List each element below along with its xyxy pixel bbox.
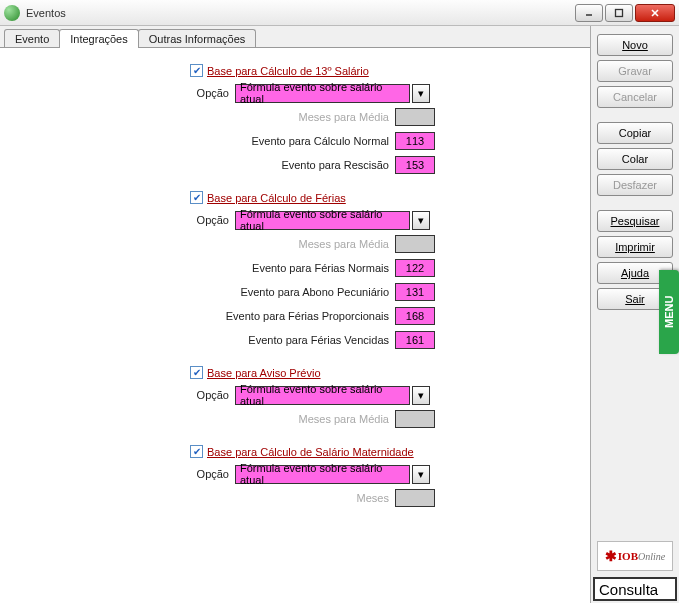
star-icon: ✱ [605,548,617,565]
titlebar: Eventos [0,0,679,26]
label-decimo-rescisao: Evento para Rescisão [0,159,395,171]
field-maternidade-meses [395,489,435,507]
dropdown-decimo-opcao[interactable]: Fórmula evento sobre salário atual ▾ [235,84,430,103]
dropdown-aviso-value: Fórmula evento sobre salário atual [235,386,410,405]
chevron-down-icon[interactable]: ▾ [412,211,430,230]
gravar-button: Gravar [597,60,673,82]
minimize-button[interactable] [575,4,603,22]
logo-brand: IOB [618,550,638,562]
label-ferias-proporcionais: Evento para Férias Proporcionais [0,310,395,322]
section-decimo: ✔ Base para Cálculo de 13º Salário Opção… [0,64,590,177]
link-maternidade[interactable]: Base para Cálculo de Salário Maternidade [207,446,414,458]
label-maternidade-meses: Meses [0,492,395,504]
field-decimo-rescisao[interactable]: 153 [395,156,435,174]
imprimir-button[interactable]: Imprimir [597,236,673,258]
section-ferias: ✔ Base para Cálculo de Férias Opção Fórm… [0,191,590,352]
dropdown-ferias-value: Fórmula evento sobre salário atual [235,211,410,230]
field-ferias-proporcionais[interactable]: 168 [395,307,435,325]
field-ferias-meses [395,235,435,253]
field-ferias-normais[interactable]: 122 [395,259,435,277]
novo-button[interactable]: Novo [597,34,673,56]
dropdown-maternidade-value: Fórmula evento sobre salário atual [235,465,410,484]
dropdown-ferias-opcao[interactable]: Fórmula evento sobre salário atual ▾ [235,211,430,230]
colar-button[interactable]: Colar [597,148,673,170]
link-aviso[interactable]: Base para Aviso Prévio [207,367,321,379]
field-decimo-meses [395,108,435,126]
window-buttons [575,4,675,22]
menu-side-tab[interactable]: MENU [659,270,679,354]
label-ferias-opcao: Opção [0,214,235,226]
window-title: Eventos [26,7,575,19]
label-ferias-normais: Evento para Férias Normais [0,262,395,274]
checkbox-maternidade[interactable]: ✔ [190,445,203,458]
main-panel: Evento Integrações Outras Informações ✔ … [0,26,591,603]
section-maternidade: ✔ Base para Cálculo de Salário Maternida… [0,445,590,510]
label-ferias-abono: Evento para Abono Pecuniário [0,286,395,298]
section-aviso: ✔ Base para Aviso Prévio Opção Fórmula e… [0,366,590,431]
copiar-button[interactable]: Copiar [597,122,673,144]
dropdown-aviso-opcao[interactable]: Fórmula evento sobre salário atual ▾ [235,386,430,405]
label-ferias-vencidas: Evento para Férias Vencidas [0,334,395,346]
label-decimo-calc-normal: Evento para Cálculo Normal [0,135,395,147]
field-ferias-vencidas[interactable]: 161 [395,331,435,349]
field-ferias-abono[interactable]: 131 [395,283,435,301]
label-decimo-meses: Meses para Média [0,111,395,123]
label-ferias-meses: Meses para Média [0,238,395,250]
maximize-button[interactable] [605,4,633,22]
iob-logo[interactable]: ✱ IOB Online [597,541,673,571]
desfazer-button: Desfazer [597,174,673,196]
chevron-down-icon[interactable]: ▾ [412,84,430,103]
close-button[interactable] [635,4,675,22]
consulta-label[interactable]: Consulta [593,577,677,601]
tab-integracoes[interactable]: Integrações [59,29,138,48]
cancelar-button: Cancelar [597,86,673,108]
chevron-down-icon[interactable]: ▾ [412,465,430,484]
link-ferias[interactable]: Base para Cálculo de Férias [207,192,346,204]
checkbox-ferias[interactable]: ✔ [190,191,203,204]
dropdown-decimo-value: Fórmula evento sobre salário atual [235,84,410,103]
checkbox-aviso[interactable]: ✔ [190,366,203,379]
link-decimo[interactable]: Base para Cálculo de 13º Salário [207,65,369,77]
field-aviso-meses [395,410,435,428]
label-decimo-opcao: Opção [0,87,235,99]
dropdown-maternidade-opcao[interactable]: Fórmula evento sobre salário atual ▾ [235,465,430,484]
field-decimo-calc-normal[interactable]: 113 [395,132,435,150]
app-icon [4,5,20,21]
tab-bar: Evento Integrações Outras Informações [0,26,590,48]
tab-outras[interactable]: Outras Informações [138,29,257,47]
form-area: ✔ Base para Cálculo de 13º Salário Opção… [0,48,590,603]
checkbox-decimo[interactable]: ✔ [190,64,203,77]
svg-rect-1 [616,9,623,16]
label-maternidade-opcao: Opção [0,468,235,480]
label-aviso-meses: Meses para Média [0,413,395,425]
chevron-down-icon[interactable]: ▾ [412,386,430,405]
label-aviso-opcao: Opção [0,389,235,401]
logo-suffix: Online [638,551,665,562]
pesquisar-button[interactable]: Pesquisar [597,210,673,232]
tab-evento[interactable]: Evento [4,29,60,47]
